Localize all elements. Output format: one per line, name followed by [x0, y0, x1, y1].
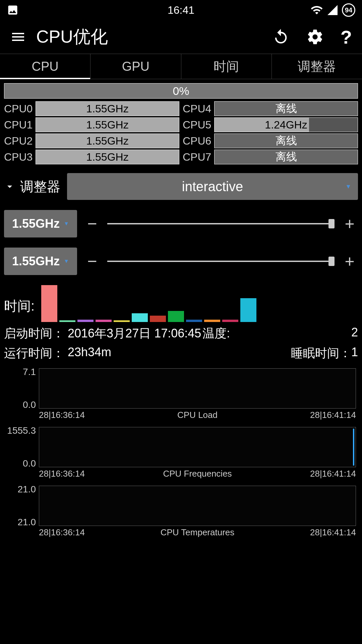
- governor-expand[interactable]: 调整器: [4, 177, 60, 196]
- time-bar: [132, 313, 148, 322]
- governor-select[interactable]: interactive ▼: [67, 173, 358, 200]
- freq-max-select[interactable]: 1.55GHz ▼: [4, 210, 77, 237]
- time-bar: [168, 311, 184, 322]
- mini-chart-box: 21.0 21.0: [39, 486, 356, 526]
- y-top: 21.0: [18, 484, 40, 495]
- battery-badge: 94: [342, 3, 355, 17]
- gear-icon: [306, 28, 324, 46]
- overall-usage-bar: 0%: [4, 83, 358, 99]
- tab-cpu[interactable]: CPU: [0, 54, 90, 79]
- boot-time-line: 启动时间： 2016年3月27日 17:06:45 温度: 2: [4, 325, 358, 342]
- time-chart-label: 时间:: [4, 297, 35, 322]
- mini-chart: 21.0 21.0 28|16:36:14 CPU Temperatures 2…: [4, 486, 358, 538]
- time-bar: [114, 320, 130, 322]
- temp-value: 2: [351, 325, 358, 342]
- mini-chart-labels: 28|16:36:14 CPU Frequencies 28|16:41:14: [39, 469, 356, 479]
- app-bar: CPU优化 关 ?: [0, 20, 362, 54]
- sleep-label: 睡眠时间：: [291, 345, 351, 362]
- uptime-value: 23h34m: [68, 345, 111, 362]
- cpu-core-label: CPU4: [183, 103, 213, 115]
- chart-spike: [353, 429, 354, 466]
- freq-min-value: 1.55GHz: [12, 254, 60, 268]
- help-button[interactable]: ?: [341, 26, 352, 48]
- x-right: 28|16:41:14: [310, 410, 356, 420]
- cpu-core-row: CPU7离线: [183, 150, 358, 164]
- mini-chart-box: 1555.3 0.0: [39, 427, 356, 467]
- wifi-icon: [310, 4, 323, 16]
- settings-button[interactable]: [306, 28, 324, 46]
- cpu-core-label: CPU6: [183, 135, 213, 147]
- x-right: 28|16:41:14: [310, 469, 356, 479]
- freq-max-decrease[interactable]: −: [84, 214, 101, 233]
- tab-governor[interactable]: 调整器: [272, 54, 362, 79]
- tab-time[interactable]: 时间: [181, 54, 272, 79]
- cpu-core-row: CPU51.24GHz: [183, 117, 358, 132]
- cpu-core-grid: CPU01.55GHzCPU4离线CPU11.55GHzCPU51.24GHzC…: [4, 101, 358, 164]
- freq-min-select[interactable]: 1.55GHz ▼: [4, 248, 77, 275]
- y-top: 7.1: [23, 367, 39, 377]
- freq-max-increase[interactable]: +: [341, 214, 358, 233]
- freq-min-decrease[interactable]: −: [84, 252, 101, 271]
- cpu-core-row: CPU6离线: [183, 133, 358, 148]
- freq-min-increase[interactable]: +: [341, 252, 358, 271]
- cpu-core-bar: 1.55GHz: [36, 150, 179, 164]
- time-bar: [240, 298, 256, 322]
- time-bar: [222, 320, 238, 322]
- chart-title: CPU Temperatures: [161, 527, 235, 538]
- tab-bar: CPU GPU 时间 调整器: [0, 54, 362, 79]
- dropdown-arrow-icon: ▼: [64, 258, 69, 264]
- tab-gpu[interactable]: GPU: [90, 54, 181, 79]
- mini-chart-labels: 28|16:36:14 CPU Temperatures 28|16:41:14: [39, 527, 356, 538]
- chevron-down-icon: [4, 181, 15, 192]
- uptime-label: 运行时间：: [4, 345, 64, 362]
- menu-button[interactable]: [10, 29, 26, 45]
- chart-title: CPU Frequencies: [163, 469, 232, 479]
- cpu-core-row: CPU01.55GHz: [4, 101, 179, 116]
- time-bars: [41, 285, 358, 322]
- restore-button[interactable]: 关: [272, 28, 290, 46]
- hamburger-icon: [10, 29, 26, 45]
- x-right: 28|16:41:14: [310, 527, 356, 538]
- mini-chart-labels: 28|16:36:14 CPU Load 28|16:41:14: [39, 410, 356, 420]
- picture-icon: [7, 4, 19, 16]
- signal-icon: [326, 4, 339, 16]
- x-left: 28|16:36:14: [39, 410, 85, 420]
- dropdown-arrow-icon: ▼: [345, 183, 351, 190]
- svg-text:关: 关: [278, 35, 283, 41]
- cpu-core-row: CPU4离线: [183, 101, 358, 116]
- cpu-core-bar: 离线: [214, 101, 358, 116]
- freq-min-row: 1.55GHz ▼ − +: [4, 248, 358, 275]
- cpu-core-bar: 1.55GHz: [36, 133, 179, 148]
- freq-max-slider[interactable]: [107, 223, 335, 224]
- boot-value: 2016年3月27日 17:06:45: [68, 325, 201, 342]
- freq-max-value: 1.55GHz: [12, 217, 60, 231]
- cpu-core-label: CPU7: [183, 151, 213, 163]
- freq-min-slider[interactable]: [107, 261, 335, 262]
- boot-label: 启动时间：: [4, 325, 64, 342]
- page-title: CPU优化: [36, 25, 262, 49]
- sleep-value: 1: [351, 345, 358, 362]
- freq-max-row: 1.55GHz ▼ − +: [4, 210, 358, 237]
- mini-chart: 1555.3 0.0 28|16:36:14 CPU Frequencies 2…: [4, 427, 358, 479]
- restore-icon: 关: [272, 28, 290, 46]
- cpu-core-row: CPU31.55GHz: [4, 150, 179, 164]
- time-bar: [186, 320, 202, 322]
- dropdown-arrow-icon: ▼: [64, 221, 69, 227]
- cpu-core-bar: 1.55GHz: [36, 117, 179, 132]
- cpu-core-label: CPU2: [4, 135, 34, 147]
- temp-label: 温度:: [202, 325, 230, 342]
- y-bot: 0.0: [23, 399, 39, 410]
- mini-chart: 7.1 0.0 28|16:36:14 CPU Load 28|16:41:14: [4, 368, 358, 420]
- time-bar: [41, 285, 57, 322]
- cpu-core-label: CPU0: [4, 103, 34, 115]
- cpu-core-bar: 1.24GHz: [214, 117, 358, 132]
- cpu-core-row: CPU11.55GHz: [4, 117, 179, 132]
- governor-row: 调整器 interactive ▼: [4, 173, 358, 200]
- cpu-core-label: CPU1: [4, 119, 34, 131]
- x-left: 28|16:36:14: [39, 469, 85, 479]
- cpu-core-bar: 1.55GHz: [36, 101, 179, 116]
- cpu-core-bar: 离线: [214, 133, 358, 148]
- y-top: 1555.3: [7, 425, 39, 436]
- x-left: 28|16:36:14: [39, 527, 85, 538]
- time-bar: [204, 320, 220, 322]
